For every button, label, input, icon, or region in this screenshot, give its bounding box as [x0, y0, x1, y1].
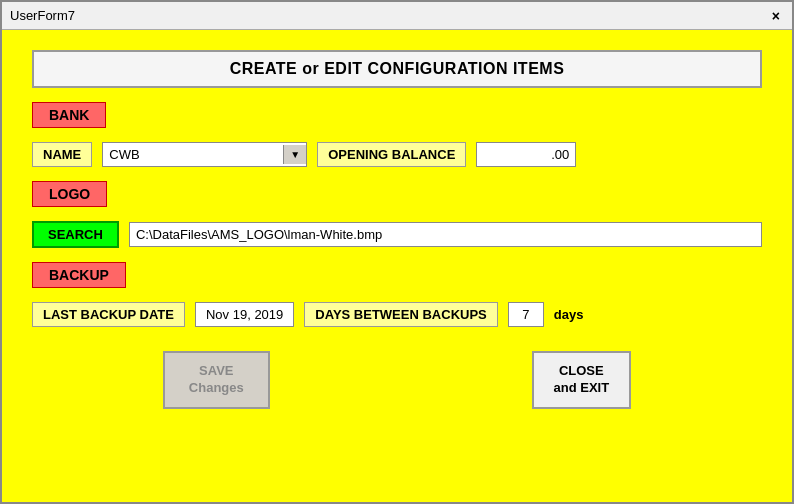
opening-balance-input[interactable] — [476, 142, 576, 167]
last-backup-date: Nov 19, 2019 — [195, 302, 294, 327]
last-backup-label: LAST BACKUP DATE — [32, 302, 185, 327]
logo-section-header: LOGO — [32, 181, 762, 207]
form-title: CREATE or EDIT CONFIGURATION ITEMS — [32, 50, 762, 88]
opening-balance-label: OPENING BALANCE — [317, 142, 466, 167]
logo-section-label: LOGO — [32, 181, 107, 207]
dropdown-arrow-icon[interactable]: ▼ — [283, 145, 306, 164]
logo-search-row: SEARCH — [32, 221, 762, 248]
form-content: CREATE or EDIT CONFIGURATION ITEMS BANK … — [2, 30, 792, 502]
save-button-line2: Changes — [189, 380, 244, 395]
close-button[interactable]: CLOSE and EXIT — [532, 351, 632, 409]
logo-path-input[interactable] — [129, 222, 762, 247]
name-input[interactable] — [103, 143, 283, 166]
window-close-button[interactable]: × — [768, 8, 784, 24]
backup-section-header: BACKUP — [32, 262, 762, 288]
days-between-input[interactable] — [508, 302, 544, 327]
close-button-line2: and EXIT — [554, 380, 610, 395]
main-window: UserForm7 × CREATE or EDIT CONFIGURATION… — [0, 0, 794, 504]
name-dropdown-container[interactable]: ▼ — [102, 142, 307, 167]
close-button-line1: CLOSE — [559, 363, 604, 378]
bank-section-label: BANK — [32, 102, 106, 128]
search-button[interactable]: SEARCH — [32, 221, 119, 248]
window-title: UserForm7 — [10, 8, 75, 23]
backup-section-label: BACKUP — [32, 262, 126, 288]
name-label: NAME — [32, 142, 92, 167]
days-unit-text: days — [554, 307, 584, 322]
days-between-label: DAYS BETWEEN BACKUPS — [304, 302, 497, 327]
action-buttons-row: SAVE Changes CLOSE and EXIT — [32, 351, 762, 409]
bank-section-header: BANK — [32, 102, 762, 128]
bank-name-row: NAME ▼ OPENING BALANCE — [32, 142, 762, 167]
save-button[interactable]: SAVE Changes — [163, 351, 270, 409]
backup-row: LAST BACKUP DATE Nov 19, 2019 DAYS BETWE… — [32, 302, 762, 327]
save-button-line1: SAVE — [199, 363, 233, 378]
title-bar: UserForm7 × — [2, 2, 792, 30]
